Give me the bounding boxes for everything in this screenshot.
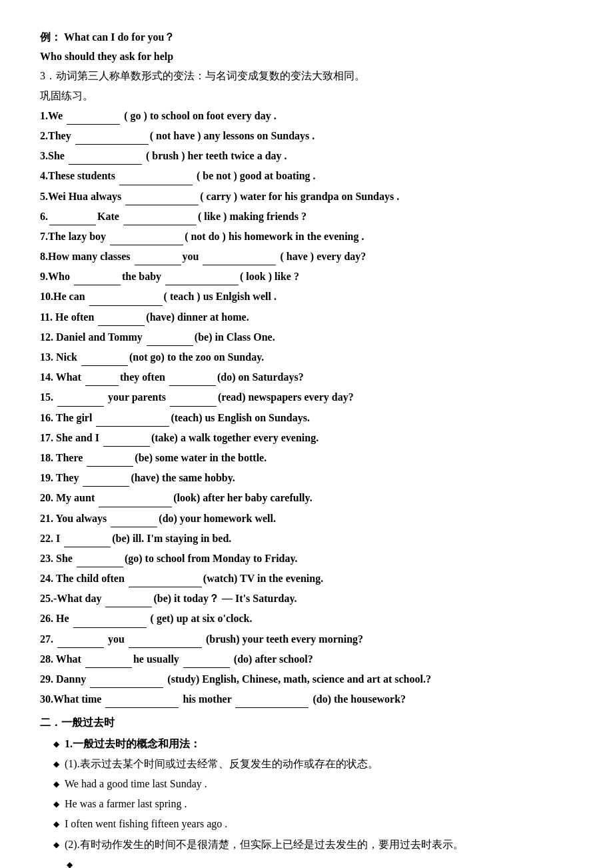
example-intro: 例： What can I do for you？ xyxy=(40,28,573,46)
exercise-17: 17. She and I (take) a walk together eve… xyxy=(40,428,573,447)
exercise-19: 19. They (have) the same hobby. xyxy=(40,468,573,487)
exercise-7: 7.The lazy boy ( not do ) his homework i… xyxy=(40,227,573,245)
rule3-line: 3．动词第三人称单数形式的变法：与名词变成复数的变法大致相同。 xyxy=(40,67,573,85)
blank-28a[interactable] xyxy=(85,649,132,668)
blank-2[interactable] xyxy=(75,126,149,145)
exercise-25: 25.-What day (be) it today？ — It's Satur… xyxy=(40,589,573,607)
blank-8b[interactable] xyxy=(203,247,276,265)
blank-19[interactable] xyxy=(83,468,129,487)
bullet-4: He was a farmer last spring . xyxy=(53,795,573,813)
exercise-22: 22. I (be) ill. I'm staying in bed. xyxy=(40,529,573,547)
bullet-5: I often went fishing fifteen years ago . xyxy=(53,815,573,833)
exercise-23: 23. She (go) to school from Monday to Fr… xyxy=(40,549,573,567)
blank-28b[interactable] xyxy=(183,649,230,668)
blank-21[interactable] xyxy=(111,509,157,527)
bullet-6: (2).有时动作发生的时间不是很清楚，但实际上已经是过去发生的，要用过去时表示。 xyxy=(53,835,573,853)
blank-22[interactable] xyxy=(64,529,111,547)
exercise-14: 14. What they often (do) on Saturdays? xyxy=(40,367,573,386)
blank-20[interactable] xyxy=(99,488,172,507)
exercise-6: 6. Kate ( like ) making friends ? xyxy=(40,207,573,225)
blank-11[interactable] xyxy=(98,307,145,326)
blank-8a[interactable] xyxy=(135,247,181,265)
section2-bullets: 1.一般过去时的概念和用法： (1).表示过去某个时间或过去经常、反复发生的动作… xyxy=(53,735,573,868)
bullet-5-text: I often went fishing fifteen years ago . xyxy=(65,815,227,833)
bullet-6-text: (2).有时动作发生的时间不是很清楚，但实际上已经是过去发生的，要用过去时表示。 xyxy=(65,835,464,853)
blank-12[interactable] xyxy=(147,327,193,346)
exercise-13: 13. Nick (not go) to the zoo on Sunday. xyxy=(40,347,573,366)
exercise-1: 1.We ( go ) to school on foot every day … xyxy=(40,106,573,125)
exercise-18: 18. There (be) some water in the bottle. xyxy=(40,448,573,467)
bullet-1-text: 1.一般过去时的概念和用法： xyxy=(65,735,201,753)
exercise-10: 10.He can ( teach ) us Enlgish well . xyxy=(40,287,573,305)
blank-13[interactable] xyxy=(81,347,128,366)
blank-18[interactable] xyxy=(87,448,133,467)
blank-6a[interactable] xyxy=(49,207,96,225)
exercise-27: 27. you (brush) your teeth every morning… xyxy=(40,629,573,648)
blank-27b[interactable] xyxy=(129,629,202,648)
exercise-11: 11. He often (have) dinner at home. xyxy=(40,307,573,326)
bullet-4-text: He was a farmer last spring . xyxy=(65,795,187,813)
exercise-21: 21. You always (do) your homework well. xyxy=(40,509,573,527)
blank-4[interactable] xyxy=(119,166,193,185)
bullet-2: (1).表示过去某个时间或过去经常、反复发生的动作或存在的状态。 xyxy=(53,755,573,773)
exercise-26: 26. He ( get) up at six o'clock. xyxy=(40,609,573,627)
blank-30b[interactable] xyxy=(235,689,308,708)
blank-9a[interactable] xyxy=(74,267,121,285)
section2-title: 二．一般过去时 xyxy=(40,713,573,731)
example2-line: Who should they ask for help xyxy=(40,47,573,65)
bullet-6b xyxy=(67,855,573,868)
blank-27a[interactable] xyxy=(57,629,104,648)
blank-25[interactable] xyxy=(105,589,152,607)
blank-15a[interactable] xyxy=(57,387,104,406)
exercise-8: 8.How many classes you ( have ) every da… xyxy=(40,247,573,265)
exercise-24: 24. The child often (watch) TV in the ev… xyxy=(40,569,573,587)
exercise-20: 20. My aunt (look) after her baby carefu… xyxy=(40,488,573,507)
blank-14b[interactable] xyxy=(169,367,216,386)
blank-7[interactable] xyxy=(110,227,183,245)
exercise-4: 4.These students ( be not ) good at boat… xyxy=(40,166,573,185)
bullet-1: 1.一般过去时的概念和用法： xyxy=(53,735,573,753)
blank-29[interactable] xyxy=(90,669,163,688)
blank-6b[interactable] xyxy=(123,207,197,225)
blank-9b[interactable] xyxy=(165,267,239,285)
exercise-3: 3.She ( brush ) her teeth twice a day . xyxy=(40,146,573,165)
blank-23[interactable] xyxy=(77,549,123,567)
blank-10[interactable] xyxy=(89,287,163,305)
blank-14a[interactable] xyxy=(85,367,119,386)
exercise-2: 2.They ( not have ) any lessons on Sunda… xyxy=(40,126,573,145)
exercise-12: 12. Daniel and Tommy (be) in Class One. xyxy=(40,327,573,346)
bullet-2-text: (1).表示过去某个时间或过去经常、反复发生的动作或存在的状态。 xyxy=(65,755,378,773)
blank-26[interactable] xyxy=(73,609,147,627)
exercise-16: 16. The girl (teach) us English on Sunda… xyxy=(40,408,573,427)
blank-17[interactable] xyxy=(103,428,150,447)
blank-15b[interactable] xyxy=(170,387,217,406)
practice-line: 巩固练习。 xyxy=(40,87,573,105)
blank-5[interactable] xyxy=(125,187,199,205)
exercise-28: 28. What he usually (do) after school? xyxy=(40,649,573,668)
exercise-5: 5.Wei Hua always ( carry ) water for his… xyxy=(40,187,573,205)
bullet-3: We had a good time last Sunday . xyxy=(53,775,573,793)
exercise-9: 9.Who the baby ( look ) like ? xyxy=(40,267,573,285)
blank-30a[interactable] xyxy=(105,689,179,708)
exercise-29: 29. Danny (study) English, Chinese, math… xyxy=(40,669,573,688)
blank-16[interactable] xyxy=(96,408,169,427)
bullet-3-text: We had a good time last Sunday . xyxy=(65,775,207,793)
exercise-15: 15. your parents (read) newspapers every… xyxy=(40,387,573,406)
blank-1[interactable] xyxy=(67,106,120,125)
exercise-30: 30.What time his mother (do) the housewo… xyxy=(40,689,573,708)
blank-3[interactable] xyxy=(69,146,142,165)
blank-24[interactable] xyxy=(129,569,202,587)
